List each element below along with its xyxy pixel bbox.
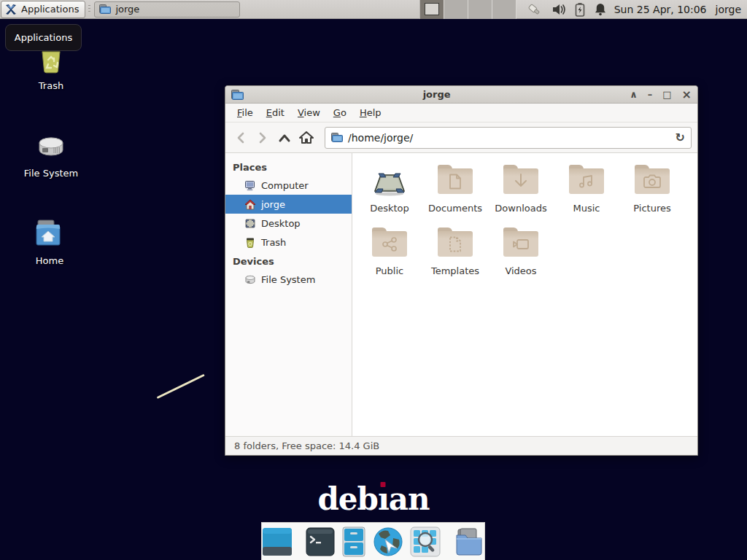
template-glyph: [449, 236, 462, 252]
notifications-bell-icon[interactable]: [594, 2, 607, 16]
taskbar-window-button[interactable]: jorge: [94, 1, 240, 18]
folder-templates[interactable]: Templates: [422, 225, 488, 287]
shade-button[interactable]: ∧: [630, 90, 638, 99]
sidebar-item-label: Desktop: [261, 218, 301, 229]
desktop-icon-home[interactable]: Home: [9, 216, 90, 266]
cursor-trail-line: [157, 374, 205, 399]
status-text: 8 folders, Free space: 14.4 GiB: [234, 440, 379, 451]
desktop-icon-label: Home: [9, 255, 90, 266]
reload-icon[interactable]: ↻: [676, 131, 685, 144]
menu-edit[interactable]: Edit: [260, 104, 290, 121]
desktop-icon-file-system[interactable]: File System: [11, 128, 91, 179]
maximize-button[interactable]: □: [662, 90, 671, 99]
folder-label: Documents: [428, 203, 482, 214]
folder-documents[interactable]: Documents: [422, 162, 488, 225]
panel-clock[interactable]: Sun 25 Apr, 10:06: [614, 4, 707, 15]
sidebar-item-computer[interactable]: Computer: [225, 176, 352, 195]
terminal-launcher[interactable]: [306, 526, 335, 557]
sidebar-item-trash[interactable]: Trash: [225, 233, 352, 252]
web-browser-launcher[interactable]: [373, 526, 403, 557]
battery-icon[interactable]: [575, 2, 585, 17]
sidebar-item-label: Trash: [261, 237, 286, 248]
toolbar: /home/jorge/ ↻: [225, 122, 697, 153]
workspace-2[interactable]: [444, 0, 468, 19]
sidebar: Places Computer jorge: [225, 153, 352, 436]
hard-drive-icon: [34, 128, 69, 163]
menu-help[interactable]: Help: [354, 104, 387, 121]
window-titlebar[interactable]: jorge ∧ – □ ×: [225, 86, 697, 104]
panel-handle: [87, 2, 91, 17]
desktop: { "panel": { "applications_label": "Appl…: [0, 0, 747, 560]
removable-media-icon[interactable]: [527, 2, 543, 17]
folder-desktop[interactable]: Desktop: [357, 162, 422, 225]
music-notes-glyph: [578, 174, 595, 189]
debian-logo-text: deb: [317, 481, 377, 517]
folder-downloads[interactable]: Downloads: [488, 162, 554, 225]
window-title: jorge: [244, 89, 630, 100]
top-panel: Applications jorge: [0, 0, 747, 19]
sidebar-item-jorge[interactable]: jorge: [225, 195, 352, 214]
folder-videos[interactable]: Videos: [488, 225, 554, 287]
folder-label: Videos: [505, 265, 536, 276]
folder-label: Downloads: [495, 203, 546, 214]
files-view[interactable]: Desktop Documents Downloads: [352, 153, 697, 436]
folder-public[interactable]: Public: [357, 225, 422, 287]
sidebar-item-file-system[interactable]: File System: [225, 270, 352, 289]
desktop-icon-label: Trash: [11, 80, 91, 91]
dock: [261, 522, 485, 560]
folder-music[interactable]: Music: [554, 162, 619, 225]
close-button[interactable]: ×: [682, 89, 692, 101]
workspace-switcher[interactable]: [419, 0, 516, 19]
folder-label: Desktop: [370, 203, 409, 214]
location-bar[interactable]: /home/jorge/ ↻: [325, 127, 692, 149]
drive-icon: [244, 274, 256, 285]
workspace-1[interactable]: [420, 0, 444, 19]
share-glyph: [382, 237, 398, 252]
folder-label: Pictures: [633, 203, 670, 214]
terminal-icon: [306, 527, 335, 556]
up-button[interactable]: [275, 128, 294, 147]
workspace-3[interactable]: [468, 0, 492, 19]
applications-menu-button[interactable]: Applications: [1, 1, 85, 18]
trash-icon: [244, 237, 256, 248]
file-manager-window: jorge ∧ – □ × File Edit View Go Help: [225, 85, 698, 456]
folder-label: Templates: [431, 265, 479, 276]
volume-icon[interactable]: [551, 3, 566, 16]
path-text[interactable]: /home/jorge/: [348, 132, 670, 144]
window-body: Places Computer jorge: [225, 153, 697, 436]
globe-browser-icon: [373, 526, 403, 557]
menu-bar: File Edit View Go Help: [225, 104, 697, 122]
app-finder-launcher[interactable]: [410, 526, 441, 557]
folder-pictures[interactable]: Pictures: [619, 162, 685, 225]
taskbar-window-label: jorge: [115, 4, 139, 15]
file-cabinet-icon: [341, 526, 366, 557]
show-desktop-button[interactable]: [262, 526, 293, 557]
forward-button[interactable]: [253, 128, 272, 147]
home-icon: [244, 199, 256, 210]
home-folder-icon: [32, 216, 67, 251]
debian-logo-red-dot: [381, 482, 386, 487]
video-camera-glyph: [512, 238, 530, 251]
home-button[interactable]: [297, 128, 316, 147]
menu-go[interactable]: Go: [328, 104, 352, 121]
minimize-button[interactable]: –: [648, 90, 653, 99]
file-manager-launcher[interactable]: [341, 526, 366, 557]
window-folder-icon: [231, 90, 244, 100]
menu-file[interactable]: File: [231, 104, 259, 121]
desktop-icon: [244, 218, 256, 229]
desktop-icon-label: File System: [11, 168, 91, 179]
menu-view[interactable]: View: [292, 104, 326, 121]
sidebar-item-label: File System: [261, 274, 315, 285]
sidebar-item-desktop[interactable]: Desktop: [225, 214, 352, 233]
xfce-logo-icon: [4, 3, 18, 16]
sidebar-item-label: Computer: [261, 180, 309, 191]
folder-shortcut[interactable]: [454, 526, 484, 557]
show-desktop-icon: [262, 527, 293, 556]
applications-tooltip-text: Applications: [15, 32, 72, 43]
panel-user-label[interactable]: jorge: [716, 4, 741, 15]
computer-icon: [244, 180, 256, 191]
applications-menu-label: Applications: [21, 4, 79, 15]
back-button[interactable]: [231, 128, 250, 147]
download-arrow-glyph: [514, 174, 528, 190]
workspace-4[interactable]: [492, 0, 516, 19]
